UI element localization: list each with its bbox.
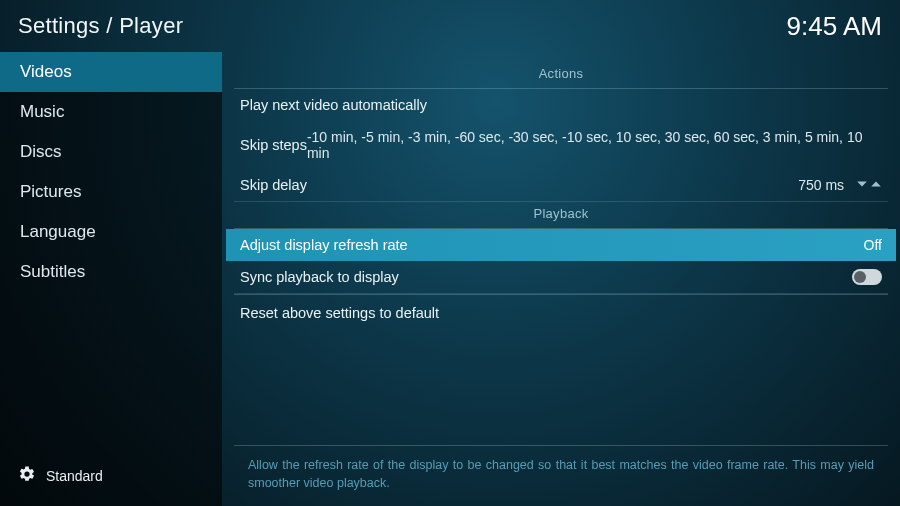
section-header-actions: Actions: [234, 62, 888, 89]
row-reset-defaults[interactable]: Reset above settings to default: [234, 294, 888, 329]
sidebar-item-pictures[interactable]: Pictures: [0, 172, 222, 212]
row-label: Adjust display refresh rate: [240, 237, 408, 253]
row-label: Play next video automatically: [240, 97, 427, 113]
row-value: -10 min, -5 min, -3 min, -60 sec, -30 se…: [307, 129, 882, 161]
row-sync-playback[interactable]: Sync playback to display: [234, 261, 888, 294]
row-label: Sync playback to display: [240, 269, 399, 285]
row-value: Off: [864, 237, 882, 253]
spinner-arrows-icon[interactable]: [856, 178, 882, 190]
row-adjust-refresh[interactable]: Adjust display refresh rate Off: [226, 229, 896, 261]
help-text: Allow the refresh rate of the display to…: [234, 445, 888, 506]
row-skip-delay[interactable]: Skip delay 750 ms: [234, 169, 888, 202]
section-header-playback: Playback: [234, 202, 888, 229]
clock: 9:45 AM: [787, 11, 882, 42]
settings-panel: Actions Play next video automatically Sk…: [222, 52, 900, 506]
sidebar-item-discs[interactable]: Discs: [0, 132, 222, 172]
row-value: 750 ms: [798, 177, 882, 193]
header: Settings / Player 9:45 AM: [0, 0, 900, 52]
sidebar-item-subtitles[interactable]: Subtitles: [0, 252, 222, 292]
sidebar-item-language[interactable]: Language: [0, 212, 222, 252]
settings-level-toggle[interactable]: Standard: [0, 457, 222, 494]
row-label: Skip steps: [240, 137, 307, 153]
sidebar-item-music[interactable]: Music: [0, 92, 222, 132]
row-label: Skip delay: [240, 177, 307, 193]
toggle-switch[interactable]: [852, 269, 882, 285]
breadcrumb: Settings / Player: [18, 13, 183, 39]
sidebar: Videos Music Discs Pictures Language Sub…: [0, 52, 222, 506]
row-play-next[interactable]: Play next video automatically: [226, 89, 896, 121]
gear-icon: [18, 465, 36, 486]
sidebar-item-videos[interactable]: Videos: [0, 52, 222, 92]
settings-level-label: Standard: [46, 468, 103, 484]
row-skip-steps[interactable]: Skip steps -10 min, -5 min, -3 min, -60 …: [226, 121, 896, 169]
row-label: Reset above settings to default: [240, 305, 439, 321]
